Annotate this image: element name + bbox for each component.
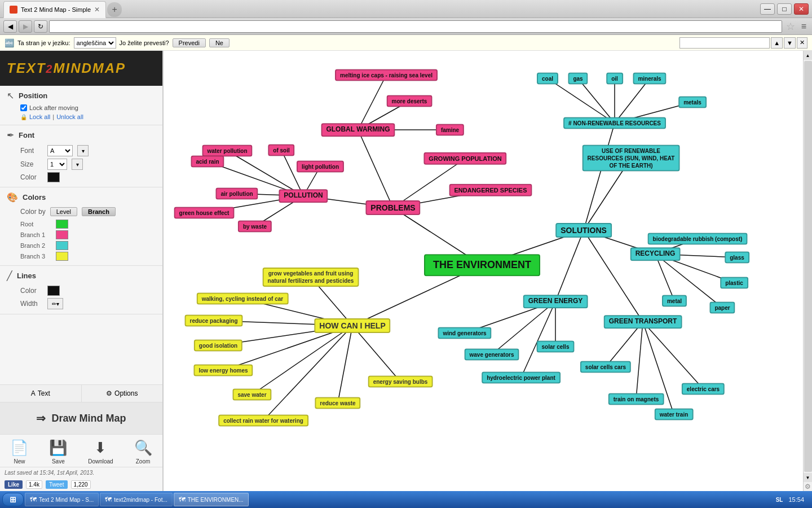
mindmap-node[interactable]: famine [436,124,464,136]
search-close-btn[interactable]: ✕ [797,37,807,49]
mindmap-node[interactable]: water train [655,409,694,421]
draw-mindmap-btn[interactable]: ⇒ Draw Mind Map [0,402,162,435]
mindmap-node[interactable]: metals [678,97,707,108]
mindmap-node[interactable]: GREEN TRANSPORT [604,315,682,329]
mindmap-node[interactable]: grow vegetables and fruit usingnatural f… [263,268,359,287]
mindmap-node[interactable]: light pollution [297,161,344,173]
unlock-all-link[interactable]: Unlock all [56,113,83,120]
branch-btn[interactable]: Branch [82,207,116,216]
mindmap-node[interactable]: wind generators [438,327,491,339]
mindmap-node[interactable]: USE OF RENEWABLERESOURCES (SUN, WIND, HE… [582,145,680,172]
taskbar-item-2[interactable]: 🗺 text2mindmap - Fot... [100,493,172,506]
text-btn[interactable]: A Text [0,385,82,402]
search-prev-btn[interactable]: ▲ [771,37,783,49]
mindmap-node[interactable]: good isolation [194,340,242,352]
mindmap-node[interactable]: coal [537,73,558,85]
mindmap-node[interactable]: solar cells [537,341,575,353]
search-input[interactable] [679,37,770,49]
mindmap-node[interactable]: glass [725,252,749,264]
tab-close-icon[interactable]: ✕ [94,6,100,14]
mindmap-node[interactable]: biodegradable rubbish (compost) [648,233,748,245]
mindmap-node[interactable]: oil [606,73,623,85]
mindmap-node[interactable]: walking, cycling instead of car [197,293,289,305]
mindmap-node[interactable]: GREEN ENERGY [523,295,588,308]
font-color-swatch[interactable] [47,172,60,182]
scroll-down-btn[interactable]: ▼ [804,473,813,482]
branch1-color-swatch[interactable] [56,230,68,239]
twitter-btn[interactable]: Tweet [46,480,68,489]
mindmap-node[interactable]: energy saving bulbs [368,376,433,388]
mindmap-node[interactable]: GLOBAL WARMING [321,123,395,137]
mindmap-node[interactable]: more deserts [387,95,433,107]
font-select[interactable]: A [47,145,73,156]
mindmap-node[interactable]: save water [232,389,271,401]
back-btn[interactable]: ◀ [3,20,17,33]
address-bar[interactable]: www.text2mindmap.com/# [49,20,782,33]
mindmap-node[interactable]: ENDANGERED SPECIES [449,184,532,196]
mindmap-node[interactable]: RECYCLING [630,247,681,261]
facebook-btn[interactable]: Like [5,480,23,489]
root-color-swatch[interactable] [56,220,68,229]
taskbar-item-1[interactable]: 🗺 Text 2 Mind Map - S... [25,493,99,506]
mindmap-node[interactable]: reduce waste [315,397,360,409]
minimize-btn[interactable]: — [760,3,775,15]
options-btn[interactable]: ⚙ Options [82,385,163,402]
mindmap-node[interactable]: acid rain [191,156,224,168]
no-translate-btn[interactable]: Ne [209,38,230,47]
mindmap-node[interactable]: minerals [633,73,666,85]
language-select[interactable]: angleščina [74,37,116,49]
lock-checkbox-label[interactable]: Lock after moving [20,104,156,111]
close-btn[interactable]: ✕ [794,3,809,15]
branch3-color-swatch[interactable] [56,252,68,261]
new-btn[interactable]: 📄 New [10,439,28,465]
font-dropdown-btn[interactable]: ▾ [77,145,89,156]
mindmap-node[interactable]: PROBLEMS [365,200,420,215]
level-btn[interactable]: Level [50,207,77,216]
mindmap-node[interactable]: low energy homes [193,365,253,376]
line-width-btn[interactable]: ✏▾ [47,298,63,309]
maximize-btn[interactable]: □ [777,3,792,15]
mindmap-node[interactable]: water pollution [202,145,252,157]
mindmap-node[interactable]: metal [662,295,687,307]
mindmap-node[interactable]: paper [709,302,735,314]
mindmap-node[interactable]: melting ice caps - raising sea level [335,69,438,81]
mindmap-node[interactable]: hydroelectric power plant [482,372,561,384]
mindmap-node[interactable]: SOLUTIONS [555,223,612,238]
refresh-btn[interactable]: ↻ [34,20,47,33]
mindmap-node[interactable]: solar cells cars [580,361,631,373]
mindmap-node[interactable]: green house effect [174,207,235,219]
new-tab-btn[interactable]: + [107,2,122,17]
mindmap-node[interactable]: by waste [238,221,272,233]
mindmap-node[interactable]: train on magnets [608,393,664,405]
mindmap-node[interactable]: # NON-RENEWABLE RESOURCES [563,117,666,129]
star-icon[interactable]: ☆ [784,20,797,33]
size-dropdown-btn[interactable]: ▾ [72,159,83,170]
prevedi-btn[interactable]: Prevedi [173,38,206,47]
mindmap-node[interactable]: GROWING POPULATION [423,152,506,165]
mindmap-canvas[interactable]: THE ENVIRONMENTPROBLEMSSOLUTIONSHOW CAN … [164,51,803,491]
mindmap-node[interactable]: collect rain water for watering [218,415,308,427]
mindmap-node[interactable]: electric cars [682,383,725,395]
lines-color-swatch[interactable] [47,286,60,296]
scrollbar[interactable]: ▲ ▼ ⚙ [803,51,812,491]
mindmap-node[interactable]: wave generators [465,349,519,361]
scroll-up-btn[interactable]: ▲ [804,51,813,60]
save-btn[interactable]: 💾 Save [49,439,67,465]
search-next-btn[interactable]: ▼ [784,37,796,49]
mindmap-node[interactable]: reduce packaging [184,315,242,327]
taskbar-item-3[interactable]: 🗺 THE ENVIRONMEN... [174,493,249,506]
mindmap-node[interactable]: plastic [720,277,748,289]
size-select[interactable]: 1 [47,159,67,170]
start-btn[interactable]: ⊞ [2,493,24,506]
lock-all-link[interactable]: Lock all [29,113,50,120]
mindmap-node[interactable]: gas [568,73,588,85]
branch2-color-swatch[interactable] [56,241,68,250]
mindmap-node[interactable]: of soil [268,144,294,156]
mindmap-node[interactable]: THE ENVIRONMENT [424,254,540,276]
browser-tab[interactable]: Text 2 Mind Map - Simple ✕ [3,1,106,18]
download-btn[interactable]: ⬇ Download [88,439,113,465]
forward-btn[interactable]: ▶ [19,20,32,33]
menu-icon[interactable]: ≡ [799,21,809,32]
mindmap-node[interactable]: air pollution [215,188,258,200]
mindmap-node[interactable]: POLLUTION [279,189,328,203]
